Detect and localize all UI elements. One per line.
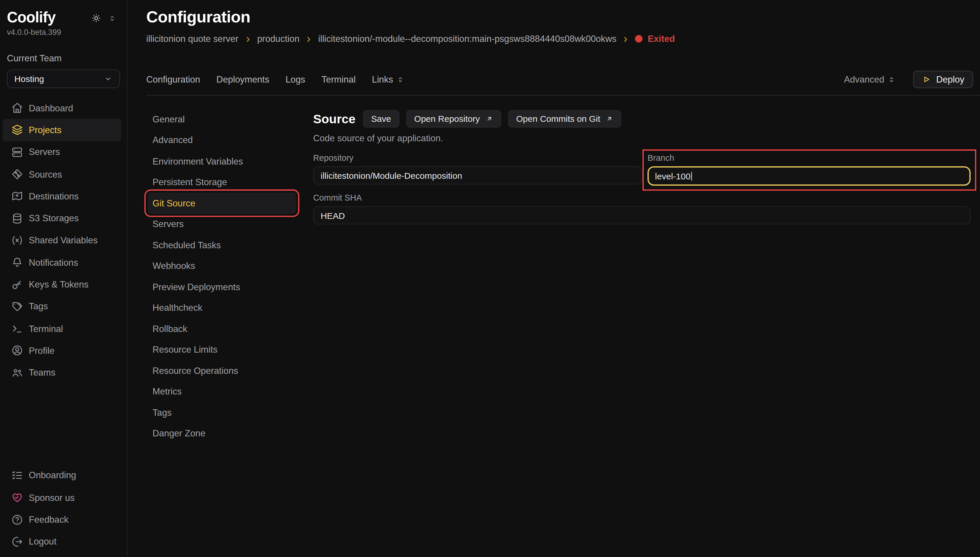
subnav-item-healthcheck[interactable]: Healthcheck	[148, 297, 296, 318]
sidebar-item-projects[interactable]: Projects	[3, 119, 122, 141]
profile-icon	[11, 345, 23, 357]
sidebar-item-label: S3 Storages	[29, 213, 79, 223]
subnav-item-advanced[interactable]: Advanced	[148, 130, 296, 151]
sidebar-item-label: Servers	[29, 147, 60, 157]
sidebar-item-sponsor-us[interactable]: Sponsor us	[0, 486, 126, 508]
tags-icon	[11, 300, 23, 313]
sidebar-item-label: Projects	[29, 125, 62, 135]
sidebar-item-terminal[interactable]: Terminal	[0, 318, 126, 340]
chevron-right-icon	[622, 36, 630, 43]
git-source-icon	[11, 168, 23, 180]
map-icon	[11, 190, 23, 202]
sidebar-item-sources[interactable]: Sources	[0, 163, 126, 185]
repository-input[interactable]	[313, 166, 642, 184]
theme-toggle-sun-icon[interactable]	[91, 13, 101, 23]
tab-label: Links	[372, 75, 393, 84]
breadcrumb: illicitonion quote serverproductionillic…	[146, 34, 675, 44]
sidebar-item-label: Dashboard	[29, 103, 73, 113]
page-title: Configuration	[146, 8, 250, 27]
sidebar-item-label: Onboarding	[29, 471, 76, 480]
subnav-item-general[interactable]: General	[148, 109, 296, 130]
chevron-right-icon	[244, 36, 252, 43]
subnav-item-servers[interactable]: Servers	[148, 213, 296, 234]
text-cursor	[691, 171, 692, 180]
config-subnav: GeneralAdvancedEnvironment VariablesPers…	[148, 109, 296, 444]
instance-switcher-icon[interactable]	[108, 14, 116, 22]
breadcrumb-segment[interactable]: illicitonion quote server	[146, 34, 238, 44]
subnav-item-git-source[interactable]: Git Source	[148, 192, 296, 213]
subnav-item-rollback[interactable]: Rollback	[148, 318, 296, 339]
sidebar-footer-nav: OnboardingSponsor usFeedbackLogout	[0, 464, 126, 553]
breadcrumb-segment[interactable]: production	[257, 34, 300, 44]
advanced-dropdown-label: Advanced	[844, 75, 884, 84]
chevron-right-icon	[305, 36, 313, 43]
arrow-up-right-icon	[606, 115, 614, 123]
app-version: v4.0.0-beta.399	[0, 26, 127, 37]
tab-deployments[interactable]: Deployments	[216, 75, 270, 84]
save-button-label: Save	[371, 114, 391, 124]
branch-label: Branch	[647, 153, 971, 163]
sidebar: Coolify v4.0.0-beta.399 Current Team Hos…	[0, 0, 128, 557]
tab-links[interactable]: Links	[372, 75, 405, 84]
tab-row: ConfigurationDeploymentsLogsTerminalLink…	[146, 70, 973, 89]
open-commits-button[interactable]: Open Commits on Git	[508, 110, 622, 127]
open-repository-label: Open Repository	[414, 114, 480, 124]
save-button[interactable]: Save	[363, 110, 399, 127]
coolify-app: Coolify v4.0.0-beta.399 Current Team Hos…	[0, 0, 980, 557]
chevron-down-icon	[104, 75, 112, 83]
sidebar-item-label: Keys & Tokens	[29, 279, 89, 289]
subnav-item-resource-operations[interactable]: Resource Operations	[148, 360, 296, 381]
chevrons-up-down-icon	[887, 75, 895, 83]
sidebar-item-dashboard[interactable]: Dashboard	[0, 97, 126, 119]
branch-input[interactable]: level-100	[647, 166, 971, 186]
sidebar-item-teams[interactable]: Teams	[0, 362, 126, 384]
subnav-item-scheduled-tasks[interactable]: Scheduled Tasks	[148, 234, 296, 255]
tab-configuration[interactable]: Configuration	[146, 75, 200, 84]
sidebar-item-label: Logout	[29, 537, 56, 547]
current-team-label: Current Team	[0, 37, 127, 63]
subnav-item-environment-variables[interactable]: Environment Variables	[148, 151, 296, 171]
sidebar-item-label: Notifications	[29, 257, 78, 267]
tab-label: Deployments	[216, 75, 270, 84]
subnav-item-preview-deployments[interactable]: Preview Deployments	[148, 277, 296, 297]
team-select-value: Hosting	[14, 74, 44, 84]
subnav-item-persistent-storage[interactable]: Persistent Storage	[148, 171, 296, 192]
chevrons-up-down-icon	[396, 75, 404, 83]
subnav-item-webhooks[interactable]: Webhooks	[148, 255, 296, 276]
sidebar-item-s3-storages[interactable]: S3 Storages	[0, 207, 126, 230]
open-repository-button[interactable]: Open Repository	[406, 110, 501, 127]
source-form: Repository Branch level-100 Commit SHA	[313, 153, 970, 225]
sidebar-item-onboarding[interactable]: Onboarding	[0, 464, 126, 486]
subnav-item-tags[interactable]: Tags	[148, 402, 296, 423]
sidebar-item-notifications[interactable]: Notifications	[0, 251, 126, 274]
subnav-item-danger-zone[interactable]: Danger Zone	[148, 423, 296, 444]
commit-sha-input[interactable]	[313, 207, 970, 225]
team-select[interactable]: Hosting	[7, 70, 120, 88]
sidebar-item-servers[interactable]: Servers	[0, 141, 126, 163]
subnav-item-resource-limits[interactable]: Resource Limits	[148, 339, 296, 360]
server-icon	[11, 146, 23, 158]
sidebar-item-label: Shared Variables	[29, 235, 98, 245]
source-description: Code source of your application.	[313, 133, 970, 143]
subnav-item-metrics[interactable]: Metrics	[148, 381, 296, 402]
tab-terminal[interactable]: Terminal	[322, 75, 356, 84]
sidebar-item-destinations[interactable]: Destinations	[0, 185, 126, 207]
advanced-dropdown[interactable]: Advanced	[844, 75, 895, 84]
heart-icon	[11, 491, 23, 504]
checklist-icon	[11, 469, 23, 482]
sidebar-item-logout[interactable]: Logout	[0, 531, 126, 553]
breadcrumb-segment[interactable]: illicitestonion/-module--decomposition:m…	[318, 34, 616, 44]
sidebar-item-feedback[interactable]: Feedback	[0, 508, 126, 531]
deploy-button[interactable]: Deploy	[913, 71, 973, 88]
key-icon	[11, 278, 23, 291]
tab-logs[interactable]: Logs	[286, 75, 306, 84]
sidebar-item-keys-tokens[interactable]: Keys & Tokens	[0, 274, 126, 296]
status-indicator: Exited	[635, 34, 675, 44]
open-commits-label: Open Commits on Git	[516, 114, 600, 124]
sidebar-item-profile[interactable]: Profile	[0, 340, 126, 362]
sidebar-item-shared-variables[interactable]: Shared Variables	[0, 230, 126, 251]
status-badge: Exited	[648, 34, 675, 44]
tab-divider	[146, 95, 980, 96]
sidebar-item-tags[interactable]: Tags	[0, 295, 126, 318]
sidebar-item-label: Feedback	[29, 515, 68, 524]
